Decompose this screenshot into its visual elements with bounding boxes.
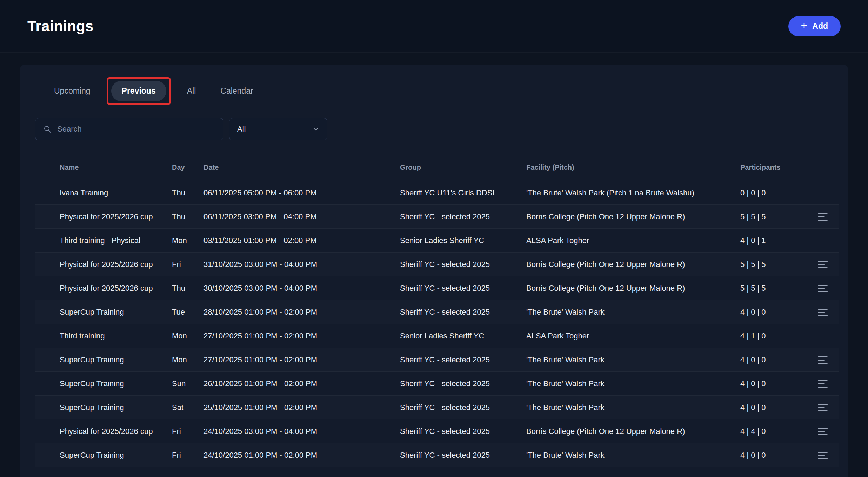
cell-participants: 5 | 5 | 5 (737, 276, 807, 300)
cell-day: Mon (168, 229, 200, 253)
tab-upcoming[interactable]: Upcoming (44, 81, 101, 101)
cell-actions (807, 396, 839, 419)
cell-day: Mon (168, 324, 200, 348)
table-row[interactable]: Physical for 2025/2026 cupThu30/10/2025 … (35, 276, 839, 300)
cell-day: Thu (168, 276, 200, 300)
top-bar: Trainings + Add (0, 0, 868, 53)
row-menu-icon[interactable] (818, 380, 828, 388)
cell-name: Ivana Training (35, 181, 168, 205)
trainings-card: Upcoming Previous All Calendar All (20, 65, 848, 477)
table-row[interactable]: SuperCup TrainingSun26/10/2025 01:00 PM … (35, 372, 839, 396)
table-row[interactable]: Physical for 2025/2026 cupFri31/10/2025 … (35, 253, 839, 276)
table-header: Name Day Date Group Facility (Pitch) Par… (35, 163, 839, 181)
cell-date: 24/10/2025 01:00 PM - 02:00 PM (200, 443, 396, 467)
cell-facility: Borris College (Pitch One 12 Upper Malon… (523, 276, 737, 300)
chevron-down-icon (312, 126, 319, 133)
cell-day: Tue (168, 300, 200, 324)
cell-group: Sheriff YC - selected 2025 (396, 419, 523, 443)
row-menu-icon[interactable] (818, 404, 828, 411)
cell-participants: 4 | 0 | 0 (737, 372, 807, 396)
tab-previous[interactable]: Previous (111, 81, 166, 101)
cell-day: Thu (168, 181, 200, 205)
row-menu-icon[interactable] (818, 309, 828, 316)
cell-group: Sheriff YC - selected 2025 (396, 443, 523, 467)
row-menu-icon[interactable] (818, 356, 828, 364)
plus-icon: + (801, 20, 808, 31)
cell-date: 27/10/2025 01:00 PM - 02:00 PM (200, 324, 396, 348)
cell-participants: 5 | 5 | 5 (737, 253, 807, 276)
table-row[interactable]: SuperCup TrainingMon27/10/2025 01:00 PM … (35, 348, 839, 372)
cell-name: Physical for 2025/2026 cup (35, 205, 168, 229)
cell-day: Sat (168, 396, 200, 419)
trainings-table: Name Day Date Group Facility (Pitch) Par… (35, 163, 839, 467)
cell-group: Sheriff YC U11's Girls DDSL (396, 181, 523, 205)
cell-date: 25/10/2025 01:00 PM - 02:00 PM (200, 396, 396, 419)
cell-day: Mon (168, 348, 200, 372)
table-row[interactable]: SuperCup TrainingSat25/10/2025 01:00 PM … (35, 396, 839, 419)
cell-group: Sheriff YC - selected 2025 (396, 348, 523, 372)
cell-date: 26/10/2025 01:00 PM - 02:00 PM (200, 372, 396, 396)
cell-facility: 'The Brute' Walsh Park (523, 443, 737, 467)
cell-actions (807, 253, 839, 276)
search-box[interactable] (35, 118, 223, 140)
column-header-actions (807, 163, 839, 181)
column-header-group: Group (396, 163, 523, 181)
table-row[interactable]: SuperCup TrainingFri24/10/2025 01:00 PM … (35, 443, 839, 467)
cell-facility: 'The Brute' Walsh Park (523, 372, 737, 396)
table-row[interactable]: SuperCup TrainingTue28/10/2025 01:00 PM … (35, 300, 839, 324)
cell-actions (807, 348, 839, 372)
cell-date: 31/10/2025 03:00 PM - 04:00 PM (200, 253, 396, 276)
cell-participants: 4 | 0 | 0 (737, 300, 807, 324)
row-menu-icon[interactable] (818, 452, 828, 459)
tab-calendar[interactable]: Calendar (210, 81, 263, 101)
cell-actions (807, 372, 839, 396)
row-menu-icon[interactable] (818, 428, 828, 435)
cell-name: SuperCup Training (35, 300, 168, 324)
cell-day: Sun (168, 372, 200, 396)
table-row[interactable]: Physical for 2025/2026 cupFri24/10/2025 … (35, 419, 839, 443)
cell-participants: 4 | 0 | 0 (737, 348, 807, 372)
cell-name: SuperCup Training (35, 372, 168, 396)
cell-facility: ALSA Park Togher (523, 229, 737, 253)
cell-name: Physical for 2025/2026 cup (35, 419, 168, 443)
row-menu-icon[interactable] (818, 285, 828, 292)
cell-actions (807, 229, 839, 253)
cell-group: Sheriff YC - selected 2025 (396, 372, 523, 396)
search-input[interactable] (57, 125, 215, 134)
cell-actions (807, 276, 839, 300)
cell-facility: Borris College (Pitch One 12 Upper Malon… (523, 253, 737, 276)
table-row[interactable]: Third trainingMon27/10/2025 01:00 PM - 0… (35, 324, 839, 348)
column-header-participants: Participants (737, 163, 807, 181)
cell-facility: ALSA Park Togher (523, 324, 737, 348)
row-menu-icon[interactable] (818, 213, 828, 221)
cell-name: SuperCup Training (35, 443, 168, 467)
row-menu-icon[interactable] (818, 261, 828, 268)
cell-day: Fri (168, 253, 200, 276)
group-filter-value: All (237, 125, 246, 134)
cell-day: Fri (168, 419, 200, 443)
add-button[interactable]: + Add (788, 16, 841, 36)
cell-group: Sheriff YC - selected 2025 (396, 396, 523, 419)
add-button-label: Add (812, 21, 828, 31)
cell-facility: 'The Brute' Walsh Park (523, 300, 737, 324)
table-row[interactable]: Third training - PhysicalMon03/11/2025 0… (35, 229, 839, 253)
group-filter-select[interactable]: All (229, 118, 327, 140)
cell-name: Third training - Physical (35, 229, 168, 253)
tab-all[interactable]: All (176, 81, 207, 101)
cell-date: 30/10/2025 03:00 PM - 04:00 PM (200, 276, 396, 300)
table-row[interactable]: Ivana TrainingThu06/11/2025 05:00 PM - 0… (35, 181, 839, 205)
cell-name: Physical for 2025/2026 cup (35, 253, 168, 276)
cell-group: Sheriff YC - selected 2025 (396, 253, 523, 276)
table-row[interactable]: Physical for 2025/2026 cupThu06/11/2025 … (35, 205, 839, 229)
cell-day: Thu (168, 205, 200, 229)
column-header-day: Day (168, 163, 200, 181)
cell-group: Senior Ladies Sheriff YC (396, 229, 523, 253)
cell-facility: 'The Brute' Walsh Park (523, 348, 737, 372)
cell-participants: 0 | 0 | 0 (737, 181, 807, 205)
annotation-highlight: Previous (107, 77, 171, 105)
cell-actions (807, 324, 839, 348)
cell-group: Sheriff YC - selected 2025 (396, 276, 523, 300)
cell-participants: 4 | 0 | 0 (737, 443, 807, 467)
cell-day: Fri (168, 443, 200, 467)
cell-actions (807, 181, 839, 205)
